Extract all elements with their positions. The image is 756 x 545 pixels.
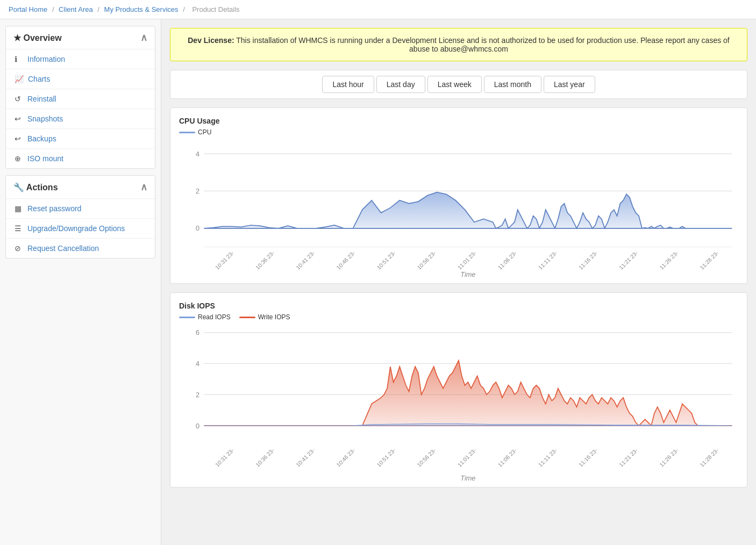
svg-text:11:01 23-: 11:01 23- (457, 250, 477, 271)
iso-icon: ⊕ (15, 154, 23, 163)
svg-text:10:41 23-: 10:41 23- (295, 447, 316, 468)
main-content: Dev License: This installation of WHMCS … (161, 19, 756, 545)
sidebar-section-actions: 🔧 Actions ∧ ▦ Reset password ☰ Upgrade/D… (5, 175, 155, 259)
svg-text:4: 4 (196, 360, 199, 368)
read-iops-legend-line (179, 317, 195, 318)
svg-text:10:36 23-: 10:36 23- (254, 250, 275, 271)
svg-text:11:28 23-: 11:28 23- (699, 447, 720, 468)
read-iops-legend-label: Read IOPS (198, 313, 231, 321)
cpu-chart-area: 4 2 0 10:31 23- 10:36 23- (179, 141, 738, 278)
cpu-chart-title: CPU Usage (179, 117, 738, 125)
filter-last-hour[interactable]: Last hour (322, 76, 374, 93)
svg-text:10:46 23-: 10:46 23- (336, 447, 356, 468)
sidebar-item-backups[interactable]: ↩ Backups (6, 129, 155, 149)
reinstall-icon: ↺ (15, 95, 23, 103)
sidebar-item-request-cancellation[interactable]: ⊘ Request Cancellation (6, 239, 155, 258)
actions-chevron: ∧ (140, 181, 147, 193)
wrench-icon: 🔧 (13, 183, 26, 192)
disk-chart-title: Disk IOPS (179, 302, 738, 310)
breadcrumb-my-products[interactable]: My Products & Services (104, 5, 179, 13)
svg-text:Time: Time (460, 270, 475, 278)
write-iops-legend-line (239, 317, 255, 318)
sidebar-section-overview: ★ Overview ∧ ℹ Information 📈 Charts ↺ Re… (5, 26, 155, 169)
breadcrumb: Portal Home / Client Area / My Products … (0, 0, 756, 19)
filter-last-month[interactable]: Last month (484, 76, 541, 93)
sidebar-item-reset-password[interactable]: ▦ Reset password (6, 199, 155, 219)
overview-header-content: ★ Overview (13, 33, 62, 43)
svg-text:11:11 23-: 11:11 23- (537, 250, 558, 271)
svg-marker-30 (204, 361, 732, 426)
request-cancellation-label: Request Cancellation (27, 244, 99, 253)
write-iops-legend-item: Write IOPS (239, 313, 290, 321)
write-iops-legend-label: Write IOPS (258, 313, 290, 321)
backups-icon: ↩ (15, 134, 23, 143)
svg-text:11:11 23-: 11:11 23- (537, 447, 558, 468)
snapshots-icon: ↩ (15, 114, 23, 123)
svg-text:10:36 23-: 10:36 23- (254, 447, 275, 468)
svg-text:0: 0 (196, 422, 199, 430)
svg-text:2: 2 (196, 391, 199, 399)
disk-chart-area: 6 4 2 0 (179, 326, 738, 482)
reset-password-icon: ▦ (15, 204, 23, 213)
breadcrumb-portal-home[interactable]: Portal Home (9, 5, 47, 13)
cpu-legend-item: CPU (179, 128, 211, 136)
charts-icon: 📈 (15, 75, 24, 83)
sidebar-item-snapshots[interactable]: ↩ Snapshots (6, 109, 155, 129)
upgrade-downgrade-label: Upgrade/Downgrade Options (27, 224, 125, 233)
backups-label: Backups (27, 134, 56, 143)
actions-header-content: 🔧 Actions (13, 182, 58, 192)
svg-text:2: 2 (196, 187, 199, 195)
filter-last-week[interactable]: Last week (427, 76, 482, 93)
svg-text:11:06 23-: 11:06 23- (497, 250, 518, 271)
svg-text:11:21 23-: 11:21 23- (618, 250, 639, 271)
sidebar-actions-header[interactable]: 🔧 Actions ∧ (6, 176, 155, 199)
dev-license-message: This installation of WHMCS is running un… (234, 36, 730, 53)
svg-text:4: 4 (196, 150, 199, 158)
dev-license-bold: Dev License: (188, 36, 234, 45)
svg-text:Time: Time (460, 474, 475, 482)
sidebar: ★ Overview ∧ ℹ Information 📈 Charts ↺ Re… (0, 19, 161, 545)
svg-text:11:01 23-: 11:01 23- (457, 447, 477, 468)
sidebar-item-information[interactable]: ℹ Information (6, 49, 155, 69)
disk-chart-svg: 6 4 2 0 (179, 326, 738, 482)
breadcrumb-client-area[interactable]: Client Area (59, 5, 93, 13)
upgrade-icon: ☰ (15, 224, 23, 233)
breadcrumb-sep-3: / (183, 5, 187, 13)
svg-text:10:51 23-: 10:51 23- (376, 447, 397, 468)
svg-text:10:31 23-: 10:31 23- (214, 447, 235, 468)
read-iops-legend-item: Read IOPS (179, 313, 231, 321)
cancellation-icon: ⊘ (15, 244, 23, 253)
reset-password-label: Reset password (27, 204, 81, 213)
cpu-legend-label: CPU (198, 128, 211, 136)
svg-text:0: 0 (196, 224, 199, 232)
sidebar-item-iso-mount[interactable]: ⊕ ISO mount (6, 149, 155, 168)
iso-mount-label: ISO mount (27, 154, 63, 163)
sidebar-item-charts[interactable]: 📈 Charts (6, 69, 155, 89)
filter-last-year[interactable]: Last year (544, 76, 595, 93)
breadcrumb-product-details: Product Details (192, 5, 239, 13)
svg-text:11:26 23-: 11:26 23- (659, 250, 680, 271)
cpu-chart-svg: 4 2 0 10:31 23- 10:36 23- (179, 141, 738, 278)
svg-text:11:16 23-: 11:16 23- (577, 250, 598, 271)
sidebar-overview-header[interactable]: ★ Overview ∧ (6, 26, 155, 49)
breadcrumb-sep-1: / (52, 5, 56, 13)
svg-text:10:31 23-: 10:31 23- (214, 250, 235, 271)
svg-text:11:16 23-: 11:16 23- (577, 447, 598, 468)
svg-text:10:56 23-: 10:56 23- (416, 250, 437, 271)
svg-text:11:28 23-: 11:28 23- (699, 250, 720, 271)
filter-last-day[interactable]: Last day (376, 76, 425, 93)
info-icon: ℹ (15, 55, 23, 63)
time-filter-bar: Last hour Last day Last week Last month … (170, 70, 747, 99)
svg-text:6: 6 (196, 328, 199, 336)
svg-marker-7 (204, 192, 732, 228)
sidebar-item-reinstall[interactable]: ↺ Reinstall (6, 89, 155, 109)
svg-text:11:06 23-: 11:06 23- (497, 447, 518, 468)
svg-text:11:26 23-: 11:26 23- (659, 447, 680, 468)
actions-label: Actions (26, 183, 58, 192)
sidebar-item-upgrade-downgrade[interactable]: ☰ Upgrade/Downgrade Options (6, 219, 155, 239)
svg-text:10:51 23-: 10:51 23- (376, 250, 397, 271)
star-icon: ★ (13, 33, 23, 42)
svg-text:10:56 23-: 10:56 23- (416, 447, 437, 468)
cpu-legend-line (179, 132, 195, 133)
breadcrumb-sep-2: / (97, 5, 101, 13)
